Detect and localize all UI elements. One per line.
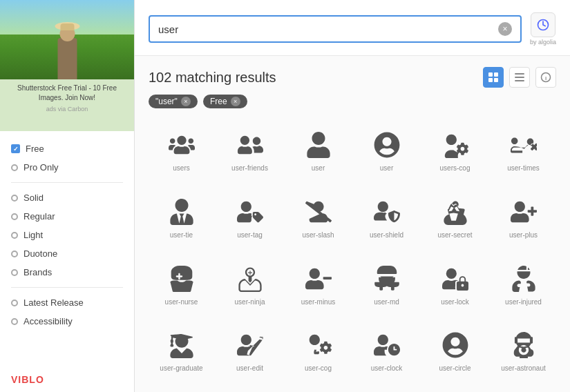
- nav-latest-release[interactable]: Latest Release: [0, 293, 134, 312]
- user-tag-icon: [236, 197, 265, 226]
- sidebar-ad[interactable]: Shutterstock Free Trial - 10 Free Images…: [0, 0, 134, 131]
- free-checkbox: [11, 144, 20, 153]
- icon-user-astronaut[interactable]: user-astronaut: [491, 322, 556, 386]
- search-area: × by algolia: [135, 0, 570, 56]
- svg-rect-5: [515, 73, 524, 75]
- user-md-label: user-md: [374, 297, 399, 306]
- icon-users-cog[interactable]: users-cog: [422, 122, 488, 186]
- search-clear-button[interactable]: ×: [498, 22, 512, 36]
- icon-user-ninja[interactable]: user-ninja: [217, 256, 283, 320]
- icon-user-plus[interactable]: user-plus: [491, 189, 556, 253]
- duotone-radio: [11, 251, 18, 257]
- icon-user-clock[interactable]: user-clock: [354, 322, 419, 386]
- free-filter-tag[interactable]: Free ×: [203, 95, 247, 108]
- icon-user-circle[interactable]: user: [354, 122, 419, 186]
- users-cog-icon: [441, 130, 470, 159]
- user-secret-icon: [441, 197, 470, 226]
- user-tie-label: user-tie: [170, 231, 193, 239]
- user-shield-icon: [372, 197, 401, 226]
- nav-free[interactable]: Free: [0, 139, 134, 158]
- nav-duotone-label: Duotone: [23, 248, 57, 259]
- user-astronaut-icon: [509, 331, 538, 360]
- icon-user[interactable]: user: [285, 122, 351, 186]
- icon-users[interactable]: users: [149, 122, 214, 186]
- user-cog-icon: [304, 331, 333, 360]
- users-label: users: [173, 164, 189, 173]
- icon-user-secret[interactable]: user-secret: [422, 189, 488, 253]
- user-tie-icon: [167, 197, 196, 226]
- icon-user-edit[interactable]: user-edit: [217, 322, 283, 386]
- user-slash-label: user-slash: [302, 231, 334, 239]
- algolia-icon: [531, 12, 555, 37]
- user-clock-label: user-clock: [371, 364, 403, 373]
- icon-user-tie[interactable]: user-tie: [149, 189, 214, 253]
- svg-rect-7: [515, 80, 524, 81]
- user-friends-icon: [236, 130, 265, 159]
- svg-rect-2: [494, 72, 498, 77]
- icon-user-tag[interactable]: user-tag: [217, 189, 283, 253]
- user-clock-icon: [372, 331, 401, 360]
- results-count: 102 matching results: [149, 70, 276, 86]
- user-filter-remove[interactable]: ×: [181, 97, 191, 106]
- nav-regular[interactable]: Regular: [0, 207, 134, 226]
- user-icon: [304, 130, 333, 159]
- nav-pro-only[interactable]: Pro Only: [0, 158, 134, 177]
- user-friends-label: user-friends: [231, 164, 268, 173]
- nav-solid[interactable]: Solid: [0, 188, 134, 207]
- sidebar-navigation: Free Pro Only Solid Regular Light Duoton…: [0, 131, 134, 367]
- user-ninja-icon: [236, 264, 265, 293]
- user-plus-label: user-plus: [509, 231, 538, 239]
- user-injured-icon: [509, 264, 538, 293]
- nav-brands[interactable]: Brands: [0, 263, 134, 282]
- icon-user-minus[interactable]: user-minus: [285, 256, 351, 320]
- icon-user-injured[interactable]: user-injured: [491, 256, 556, 320]
- search-box[interactable]: ×: [149, 15, 522, 43]
- user-shield-label: user-shield: [370, 231, 403, 239]
- icon-user-friends[interactable]: user-friends: [217, 122, 283, 186]
- icon-user-circle2[interactable]: user-circle: [422, 322, 488, 386]
- svg-rect-4: [494, 78, 498, 82]
- user-circle2-icon: [441, 331, 470, 360]
- nav-duotone[interactable]: Duotone: [0, 244, 134, 263]
- icon-user-shield[interactable]: user-shield: [354, 189, 419, 253]
- info-button[interactable]: i: [535, 67, 556, 88]
- list-view-button[interactable]: [509, 67, 530, 88]
- latest-release-radio: [11, 300, 18, 306]
- grid-view-button[interactable]: [483, 67, 504, 88]
- svg-rect-1: [488, 72, 493, 77]
- user-tag-label: user-tag: [237, 231, 263, 239]
- user-circle-icon: [372, 130, 401, 159]
- algolia-label: by algolia: [530, 39, 556, 46]
- sidebar: Shutterstock Free Trial - 10 Free Images…: [0, 0, 135, 392]
- users-icon: [167, 130, 196, 159]
- user-graduate-icon: [167, 331, 196, 360]
- free-filter-remove[interactable]: ×: [231, 97, 240, 106]
- icon-user-lock[interactable]: user-lock: [422, 256, 488, 320]
- nav-accessibility-label: Accessibility: [23, 316, 73, 326]
- user-graduate-label: user-graduate: [160, 364, 202, 373]
- user-edit-label: user-edit: [236, 364, 263, 373]
- brands-radio: [11, 269, 18, 276]
- icon-user-graduate[interactable]: user-graduate: [149, 322, 214, 386]
- pro-only-radio: [11, 164, 18, 171]
- algolia-button[interactable]: by algolia: [530, 12, 556, 46]
- results-controls: i: [483, 67, 556, 88]
- user-lock-label: user-lock: [441, 297, 469, 306]
- user-ninja-label: user-ninja: [235, 297, 265, 306]
- user-nurse-label: user-nurse: [165, 297, 198, 306]
- user-slash-icon: [304, 197, 333, 226]
- search-input[interactable]: [158, 23, 498, 35]
- accessibility-radio: [11, 318, 18, 325]
- icon-user-times[interactable]: user-times: [491, 122, 556, 186]
- icon-user-md[interactable]: user-md: [354, 256, 419, 320]
- icon-user-cog[interactable]: user-cog: [285, 322, 351, 386]
- free-filter-tag-label: Free: [210, 97, 227, 106]
- icon-user-slash[interactable]: user-slash: [285, 189, 351, 253]
- nav-divider-1: [11, 182, 123, 183]
- user-filter-tag-label: "user": [155, 97, 178, 106]
- nav-light[interactable]: Light: [0, 226, 134, 244]
- icon-user-nurse[interactable]: user-nurse: [149, 256, 214, 320]
- user-filter-tag[interactable]: "user" ×: [149, 95, 198, 108]
- icons-grid: users user-friends user user users-cog: [135, 117, 570, 392]
- nav-accessibility[interactable]: Accessibility: [0, 312, 134, 331]
